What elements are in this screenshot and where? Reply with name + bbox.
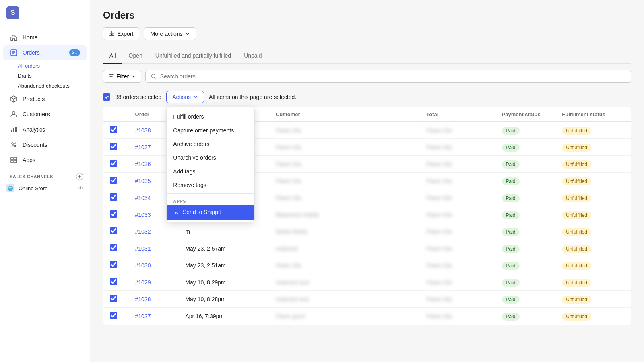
order-link[interactable]: #1029 (135, 279, 151, 286)
tab-unfulfilled[interactable]: Unfulfilled and partially fulfilled (149, 48, 237, 64)
row-checkbox-cell (103, 173, 129, 189)
row-checkbox-cell (103, 291, 129, 308)
customer-name-blurred: redacted and (276, 296, 309, 302)
order-link[interactable]: #1027 (135, 313, 151, 319)
row-payment-status: Paid (495, 257, 556, 274)
row-checkbox[interactable] (110, 177, 117, 184)
sidebar-item-home[interactable]: Home (3, 30, 87, 45)
main-inner: Orders Export More actions All Open Unfu… (90, 0, 644, 362)
sidebar-item-orders[interactable]: Orders 21 (3, 45, 87, 60)
order-link[interactable]: #1035 (135, 178, 151, 184)
order-link[interactable]: #1033 (135, 212, 151, 218)
row-fulfillment-status: Unfulfilled (555, 274, 631, 291)
row-payment-status: Paid (495, 274, 556, 291)
row-order-id: #1030 (129, 257, 179, 274)
row-checkbox[interactable] (110, 227, 117, 234)
order-link[interactable]: #1031 (135, 245, 151, 252)
order-link[interactable]: #1034 (135, 195, 151, 201)
visibility-icon[interactable]: 👁 (78, 185, 83, 191)
sidebar-navigation: Home Orders 21 All orders Drafts Abandon… (0, 26, 90, 362)
order-total-blurred: Flawn Gla (426, 245, 452, 252)
more-actions-button[interactable]: More actions (144, 27, 196, 40)
search-input[interactable] (160, 73, 626, 80)
row-date: May 23, 2:51am (179, 257, 269, 274)
dropdown-item-fulfill[interactable]: Fulfill orders (167, 110, 254, 123)
dropdown-item-archive[interactable]: Archive orders (167, 137, 254, 151)
order-total-blurred: Flawn Gla (426, 212, 452, 218)
tab-all[interactable]: All (103, 48, 122, 64)
tab-open[interactable]: Open (122, 48, 149, 64)
payment-badge: Paid (502, 313, 520, 321)
checkmark-icon (104, 95, 109, 99)
sales-channels-section: Sales Channels + (0, 168, 90, 182)
row-date: May 23, 2:57am (179, 240, 269, 257)
fulfillment-badge: Unfulfilled (562, 144, 591, 152)
selection-bar: 38 orders selected Actions Fulfill order… (103, 88, 631, 107)
sidebar-item-online-store[interactable]: 🌐 Online Store 👁 (0, 182, 90, 195)
main-content: Orders Export More actions All Open Unfu… (90, 0, 644, 362)
sidebar-item-products[interactable]: Products (3, 92, 87, 106)
row-fulfillment-status: Unfulfilled (555, 291, 631, 308)
dropdown-item-unarchive[interactable]: Unarchive orders (167, 151, 254, 165)
order-link[interactable]: #1030 (135, 262, 151, 269)
tab-unpaid[interactable]: Unpaid (237, 48, 268, 64)
order-link[interactable]: #1038 (135, 127, 151, 134)
customer-name-blurred: Flawn Gla (276, 262, 301, 269)
row-checkbox[interactable] (110, 126, 117, 133)
payment-badge: Paid (502, 211, 520, 219)
fulfillment-badge: Unfulfilled (562, 313, 591, 321)
fulfillment-badge: Unfulfilled (562, 160, 591, 169)
apps-icon (10, 156, 18, 164)
row-checkbox[interactable] (110, 295, 117, 302)
dropdown-item-send-to-shippit[interactable]: S Send to Shippit (167, 205, 254, 220)
filter-button[interactable]: Filter (103, 70, 141, 83)
svg-line-13 (12, 143, 16, 147)
orders-subnav: All orders Drafts Abandoned checkouts (0, 61, 90, 91)
order-total-blurred: Flawn Gla (426, 195, 452, 201)
sidebar-item-discounts[interactable]: Discounts (3, 138, 87, 152)
sidebar-subitem-all-orders[interactable]: All orders (18, 61, 90, 71)
row-checkbox[interactable] (110, 193, 117, 201)
home-icon (10, 33, 18, 41)
row-total: Flawn Gla (420, 122, 495, 139)
order-link[interactable]: #1032 (135, 228, 151, 235)
row-checkbox[interactable] (110, 143, 117, 150)
sidebar-item-customers[interactable]: Customers (3, 107, 87, 121)
actions-wrapper: Actions Fulfill orders Capture order pay… (166, 91, 204, 103)
header-fulfillment: Fulfillment status (555, 107, 631, 122)
order-total-blurred: Flawn Gla (426, 313, 452, 319)
chevron-down-icon (185, 31, 190, 36)
row-customer: Flawn Gla (269, 173, 420, 189)
add-sales-channel-button[interactable]: + (76, 173, 83, 180)
row-checkbox[interactable] (110, 160, 117, 167)
online-store-label: Online Store (19, 185, 74, 191)
sidebar-subitem-abandoned[interactable]: Abandoned checkouts (18, 81, 90, 91)
order-link[interactable]: #1028 (135, 296, 151, 302)
row-fulfillment-status: Unfulfilled (555, 173, 631, 189)
row-fulfillment-status: Unfulfilled (555, 240, 631, 257)
row-checkbox[interactable] (110, 244, 117, 251)
fulfillment-badge: Unfulfilled (562, 279, 591, 287)
row-checkbox[interactable] (110, 210, 117, 218)
svg-rect-16 (11, 160, 13, 163)
sidebar-item-apps[interactable]: Apps (3, 153, 87, 167)
row-checkbox[interactable] (110, 312, 117, 319)
products-icon (10, 95, 18, 103)
payment-badge: Paid (502, 228, 520, 236)
svg-line-19 (155, 77, 156, 78)
row-total: Flawn Gla (420, 156, 495, 173)
order-link[interactable]: #1036 (135, 161, 151, 167)
select-all-checkbox[interactable] (103, 93, 110, 101)
dropdown-item-remove-tags[interactable]: Remove tags (167, 178, 254, 192)
order-link[interactable]: #1037 (135, 144, 151, 150)
row-checkbox-cell (103, 274, 129, 291)
sidebar-subitem-drafts[interactable]: Drafts (18, 71, 90, 81)
row-checkbox[interactable] (110, 261, 117, 268)
export-button[interactable]: Export (103, 27, 139, 40)
row-checkbox[interactable] (110, 278, 117, 285)
dropdown-item-add-tags[interactable]: Add tags (167, 165, 254, 178)
dropdown-item-capture[interactable]: Capture order payments (167, 123, 254, 137)
row-customer: Blabanese blabla (269, 206, 420, 223)
sidebar-item-analytics[interactable]: Analytics (3, 122, 87, 137)
actions-button[interactable]: Actions (166, 91, 204, 103)
